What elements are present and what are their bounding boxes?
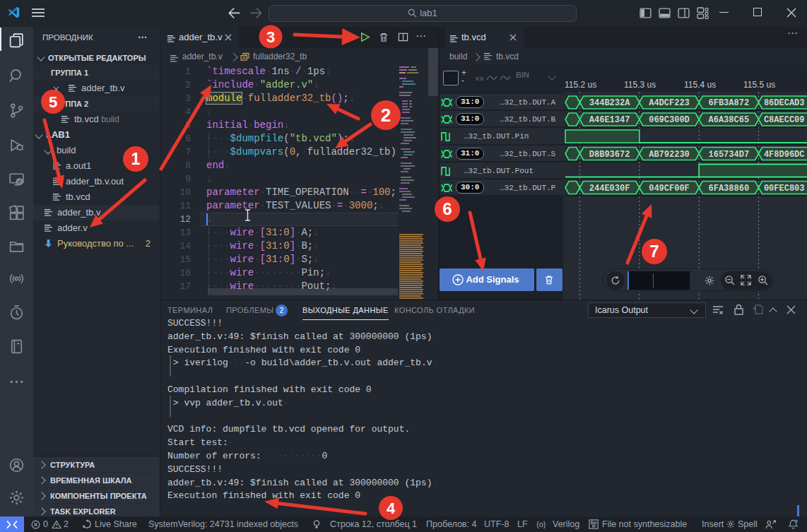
svg-text:A46E1347: A46E1347	[589, 115, 630, 125]
svg-text:049CF00F: 049CF00F	[649, 184, 690, 194]
svg-text:00FEC803: 00FEC803	[764, 184, 805, 194]
svg-text:344B232A: 344B232A	[589, 98, 630, 108]
svg-text:069C300D: 069C300D	[649, 115, 690, 125]
svg-text:6FB3A872: 6FB3A872	[708, 98, 749, 108]
svg-text:D8B93672: D8B93672	[589, 150, 630, 160]
svg-text:4F8D96DC: 4F8D96DC	[764, 150, 805, 160]
svg-text:244E030F: 244E030F	[589, 184, 630, 194]
svg-text:86DECAD3: 86DECAD3	[764, 98, 805, 108]
svg-text:A6A38C65: A6A38C65	[708, 115, 749, 125]
svg-text:AB792230: AB792230	[649, 150, 690, 160]
svg-text:6FA38860: 6FA38860	[708, 184, 749, 194]
svg-text:C8AECC09: C8AECC09	[764, 115, 805, 125]
svg-text:A4DCF223: A4DCF223	[649, 98, 690, 108]
svg-text:165734D7: 165734D7	[708, 150, 749, 160]
